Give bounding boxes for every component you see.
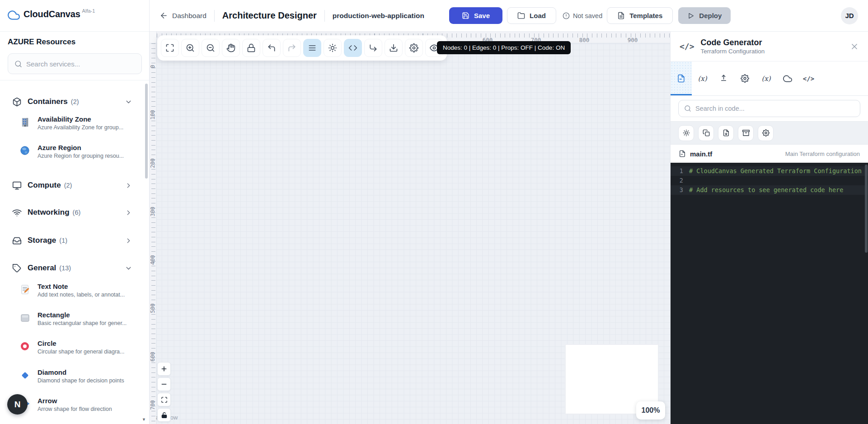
close-icon[interactable] — [850, 42, 859, 51]
top-toolbar: Dashboard Architecture Designer producti… — [150, 0, 868, 32]
sidebar-scrollbar[interactable] — [145, 84, 148, 179]
code-search-input[interactable] — [695, 105, 854, 112]
resource-item-availability-zone[interactable]: Availability Zone Azure Availability Zon… — [0, 115, 144, 132]
fit-view-control[interactable] — [157, 393, 171, 406]
search-icon — [684, 105, 691, 112]
code-line: 1 # CloudCanvas Generated Terraform Conf… — [671, 166, 868, 176]
resource-desc: Circular shape for general diagra... — [38, 348, 124, 356]
resource-item-text-note[interactable]: Text Note Add text notes, labels, or ann… — [0, 283, 144, 299]
tab-file[interactable] — [671, 61, 692, 95]
settings-gear-button[interactable] — [405, 39, 423, 57]
deploy-button[interactable]: Deploy — [678, 7, 731, 24]
project-name: production-web-application — [333, 12, 424, 20]
floating-n-badge[interactable]: N — [7, 394, 28, 415]
user-avatar[interactable]: JD — [841, 7, 858, 24]
code-search[interactable] — [678, 100, 860, 117]
chevron-right-icon — [125, 237, 132, 245]
save-button[interactable]: Save — [449, 7, 502, 24]
ruler-label: 100 — [150, 108, 156, 122]
drive-icon — [12, 236, 22, 245]
ruler-label: 400 — [150, 253, 156, 267]
globe-icon — [19, 145, 31, 156]
resource-item-circle[interactable]: Circle Circular shape for general diagra… — [0, 339, 144, 356]
line-number: 2 — [671, 176, 683, 185]
service-search[interactable] — [8, 53, 142, 74]
ruler-label: 200 — [150, 156, 156, 170]
load-button[interactable]: Load — [507, 7, 556, 24]
tab-cloud[interactable] — [777, 61, 798, 95]
code-toggle-button[interactable] — [344, 39, 362, 57]
resource-title: Availability Zone — [38, 115, 123, 123]
archive-button[interactable] — [738, 125, 754, 141]
ruler-label: 700 — [150, 398, 156, 412]
code-editor: 1 # CloudCanvas Generated Terraform Conf… — [671, 163, 868, 424]
category-name: Storage — [28, 236, 56, 245]
deploy-label: Deploy — [699, 12, 722, 19]
app-name: CloudCanvas — [23, 9, 80, 19]
resource-item-diamond[interactable]: Diamond Diamond shape for decision point… — [0, 368, 144, 385]
code-scrollbar[interactable] — [865, 165, 868, 253]
download-file-button[interactable] — [718, 125, 734, 141]
code-line: 3 # Add resources to see generated code … — [671, 185, 868, 195]
corner-arrow-button[interactable] — [364, 39, 382, 57]
sidebar-category-storage[interactable]: Storage (1) — [0, 231, 142, 250]
zoom-in-control[interactable] — [157, 362, 171, 376]
divider — [324, 10, 325, 22]
design-canvas[interactable]: 500 600 700 800 900 0 100 200 300 400 50… — [150, 32, 670, 424]
resource-desc: Azure Region for grouping resou... — [38, 152, 124, 160]
canvas-status-tooltip: Nodes: 0 | Edges: 0 | Props: OFF | Code:… — [437, 41, 571, 54]
pan-hand-button[interactable] — [222, 39, 240, 57]
sidebar-category-compute[interactable]: Compute (2) — [0, 176, 142, 194]
download-button[interactable] — [385, 39, 403, 57]
sidebar-category-containers[interactable]: Containers (2) — [0, 93, 142, 111]
sidebar-category-networking[interactable]: Networking (6) — [0, 203, 142, 221]
resource-item-rectangle[interactable]: Rectangle Basic rectangular shape for ge… — [0, 311, 144, 328]
back-label: Dashboard — [172, 12, 206, 20]
ruler-label: 300 — [150, 205, 156, 218]
ruler-label: 600 — [150, 350, 156, 363]
zoom-in-button[interactable] — [181, 39, 199, 57]
service-search-input[interactable] — [26, 60, 135, 68]
chevron-down-icon — [125, 98, 132, 106]
undo-button[interactable] — [263, 39, 281, 57]
templates-button[interactable]: Templates — [607, 7, 673, 24]
redo-button[interactable] — [283, 39, 301, 57]
load-label: Load — [530, 12, 546, 19]
resource-desc: Add text notes, labels, or annotat... — [38, 291, 125, 299]
tab-functions[interactable]: (x) — [755, 61, 777, 95]
save-label: Save — [474, 12, 490, 19]
line-text: # Add resources to see generated code he… — [689, 185, 843, 195]
resource-item-azure-region[interactable]: Azure Region Azure Region for grouping r… — [0, 144, 144, 160]
tab-code[interactable]: </> — [798, 61, 819, 95]
fit-view-button[interactable] — [161, 39, 179, 57]
save-status: Not saved — [563, 12, 602, 19]
back-to-dashboard-button[interactable]: Dashboard — [160, 11, 206, 20]
sun-gear-button[interactable] — [324, 39, 342, 57]
line-number: 1 — [671, 166, 683, 176]
panel-subtitle: Terraform Configuration — [701, 47, 765, 55]
theme-sun-button[interactable] — [678, 125, 694, 141]
ruler-label: 800 — [575, 37, 593, 43]
line-number: 3 — [671, 185, 683, 195]
zoom-out-button[interactable] — [202, 39, 220, 57]
tab-settings[interactable] — [734, 61, 755, 95]
wifi-icon — [12, 208, 22, 217]
zoom-out-control[interactable] — [157, 377, 171, 391]
ruler-label: 0 — [150, 60, 156, 73]
tab-variables[interactable]: (x) — [692, 61, 713, 95]
canvas-toolbar — [157, 35, 447, 61]
sidebar-category-general[interactable]: General (13) — [0, 259, 142, 277]
sidebar-scroll-down-arrow[interactable]: ▼ — [142, 417, 146, 422]
sidebar-divider — [0, 80, 149, 80]
code-generator-panel: </> Code Generator Terraform Configurati… — [670, 32, 868, 424]
settings-gear-button[interactable] — [758, 125, 774, 141]
lock-button[interactable] — [242, 39, 260, 57]
category-name: General — [28, 264, 56, 273]
copy-button[interactable] — [698, 125, 714, 141]
tab-upload[interactable] — [713, 61, 734, 95]
menu-toggle-button[interactable] — [303, 39, 321, 57]
file-row[interactable]: main.tf Main Terraform configuration — [671, 145, 868, 163]
app-version-badge: Alfa-1 — [82, 8, 95, 14]
chevron-right-icon — [125, 209, 132, 217]
unlock-control[interactable] — [157, 408, 171, 422]
